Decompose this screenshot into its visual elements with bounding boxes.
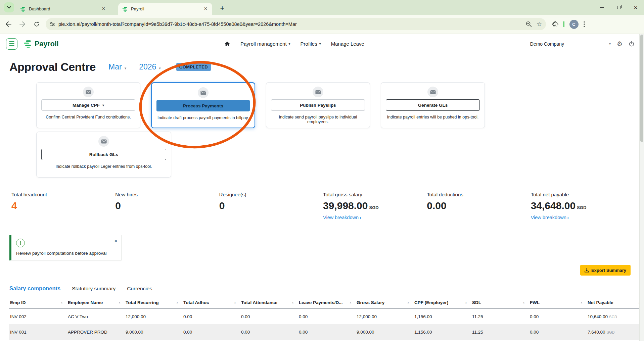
chevron-down-icon: ▾ — [319, 42, 321, 46]
stat-value: 39,998.00SGD — [323, 200, 427, 211]
rollback-gls-button[interactable]: Rollback GLs — [41, 149, 166, 160]
year-select[interactable]: 2026 ▾ — [139, 62, 161, 71]
window-close-button[interactable]: × — [627, 0, 644, 15]
extensions-icon[interactable] — [552, 21, 558, 28]
nav-profiles[interactable]: Profiles▾ — [301, 41, 321, 47]
tab-dashboard[interactable]: Dashboard × — [16, 3, 110, 15]
stat-total-headcount: Total headcount 4 — [11, 192, 115, 221]
month-select[interactable]: Mar ▾ — [108, 62, 126, 71]
card-description: Confirm Central Provident Fund contribut… — [41, 115, 135, 119]
currency-suffix: SGD — [607, 330, 615, 334]
card-manage-cpf: Manage CPF▾ Confirm Central Provident Fu… — [36, 82, 140, 128]
browser-menu-icon[interactable] — [584, 21, 585, 27]
tab-close-icon[interactable]: × — [202, 6, 209, 12]
stat-label: Total net payable — [531, 192, 635, 197]
chevron-down-icon: ▾ — [289, 42, 290, 46]
page-content: Approval Centre Mar ▾ 2026 ▾ COMPLETED M… — [0, 60, 644, 340]
window-minimize-button[interactable] — [594, 0, 610, 15]
sort-icon[interactable]: ▲ — [407, 301, 410, 304]
logout-power-icon[interactable] — [629, 41, 635, 47]
nav-manage-leave[interactable]: Manage Leave — [331, 41, 364, 47]
column-header[interactable]: FWL▲ — [528, 296, 586, 309]
process-payments-button[interactable]: Process Payments — [156, 100, 250, 111]
stat-value: 0.00 — [427, 200, 531, 211]
table-cell: 0.00 — [240, 309, 297, 325]
minimize-icon — [600, 7, 604, 8]
tab-salary-components[interactable]: Salary components — [9, 285, 60, 293]
column-header[interactable]: Employee Name▲ — [66, 296, 124, 309]
profile-avatar[interactable]: C — [569, 20, 579, 29]
nav-payroll-management[interactable]: Payroll management▾ — [240, 41, 290, 47]
sort-icon[interactable]: ▲ — [291, 301, 294, 304]
tab-statutory-summary[interactable]: Statutory summary — [72, 286, 116, 293]
page-scrollbar[interactable] — [639, 34, 644, 341]
window-restore-button[interactable] — [610, 0, 627, 15]
column-header[interactable]: Total Recurring▲ — [124, 296, 182, 309]
export-summary-button[interactable]: Export Summary — [580, 265, 631, 276]
table-row[interactable]: INV 001APPROVER PROD9,000.000.000.000.00… — [9, 324, 644, 340]
sort-icon[interactable]: ▲ — [522, 301, 525, 304]
url-bar[interactable]: pie.xion.ai/payroll/month-total?companyI… — [46, 18, 546, 30]
bookmark-star-icon[interactable]: ☆ — [537, 20, 542, 28]
sort-icon[interactable]: ▲ — [465, 301, 467, 304]
column-label: FWL — [530, 300, 540, 305]
publish-payslips-button[interactable]: Publish Payslips — [271, 99, 365, 111]
tab-search-button[interactable] — [4, 2, 14, 12]
sort-icon[interactable]: ▲ — [580, 301, 583, 304]
chevron-right-icon: › — [567, 215, 569, 220]
column-label: Gross Salary — [357, 300, 384, 305]
stat-new-hires: New hires 0 — [115, 192, 219, 221]
new-tab-button[interactable]: + — [218, 4, 227, 13]
browser-toolbar: pie.xion.ai/payroll/month-total?companyI… — [0, 15, 644, 34]
nav-home[interactable] — [224, 41, 230, 47]
column-header[interactable]: SDL▲ — [471, 296, 528, 309]
app-brand[interactable]: Payroll — [24, 40, 58, 48]
manage-cpf-button[interactable]: Manage CPF▾ — [41, 99, 135, 111]
exclamation-circle-icon: ! — [16, 239, 25, 247]
sort-icon[interactable]: ▲ — [60, 301, 63, 304]
page-title: Approval Centre — [9, 60, 96, 74]
sort-icon[interactable]: ▲ — [118, 301, 121, 304]
back-button[interactable] — [3, 18, 14, 30]
stat-label: Resignee(s) — [219, 192, 323, 197]
scrollbar-thumb[interactable] — [640, 35, 643, 142]
extension-indicator-icon — [563, 21, 564, 27]
stat-net-payable: Total net payable 34,648.00SGD View brea… — [531, 192, 635, 221]
forward-button[interactable] — [17, 18, 28, 30]
nav-label: Manage Leave — [331, 41, 364, 47]
envelope-icon — [427, 87, 438, 97]
tab-close-icon[interactable]: × — [100, 6, 107, 12]
column-header[interactable]: Gross Salary▲ — [355, 296, 413, 309]
table-cell: 0.00 — [528, 324, 586, 340]
column-header[interactable]: Net Payable▲ — [586, 296, 644, 309]
column-header[interactable]: Emp ID▲ — [9, 296, 66, 309]
column-label: CPF (Employer) — [414, 300, 448, 305]
settings-gear-icon[interactable]: ⚙ — [617, 40, 623, 48]
company-selector[interactable]: Demo Company — [530, 41, 564, 47]
sidebar-menu-button[interactable] — [6, 38, 17, 50]
sort-icon[interactable]: ▲ — [349, 301, 352, 304]
tab-currencies[interactable]: Currencies — [127, 286, 152, 293]
table-row[interactable]: INV 002AC V Two12,000.000.000.000.0012,0… — [9, 309, 644, 325]
month-value: Mar — [108, 62, 122, 71]
sort-icon[interactable]: ▲ — [234, 301, 236, 304]
site-info-icon[interactable] — [50, 22, 55, 27]
column-header[interactable]: Leave Payments/D...▲ — [297, 296, 355, 309]
reload-button[interactable] — [31, 18, 42, 30]
view-breakdown-link[interactable]: View breakdown› — [323, 215, 361, 220]
stat-label: Total gross salary — [323, 192, 427, 197]
alert-close-icon[interactable]: × — [114, 238, 117, 244]
card-description: Indicate payroll entries will be pushed … — [386, 115, 480, 119]
view-breakdown-link[interactable]: View breakdown› — [531, 215, 569, 220]
url-text[interactable]: pie.xion.ai/payroll/month-total?companyI… — [58, 21, 522, 27]
table-cell: 0.00 — [528, 309, 586, 325]
sort-icon[interactable]: ▲ — [176, 301, 179, 304]
zoom-out-icon[interactable] — [526, 21, 532, 27]
chevron-down-icon[interactable]: ▾ — [609, 42, 611, 46]
stat-value: 0 — [115, 200, 219, 211]
column-header[interactable]: Total Adhoc▲ — [182, 296, 240, 309]
tab-payroll[interactable]: Payroll × — [118, 3, 212, 15]
column-header[interactable]: Total Attendance▲ — [240, 296, 297, 309]
generate-gls-button[interactable]: Generate GLs — [386, 99, 480, 111]
column-header[interactable]: CPF (Employer)▲ — [413, 296, 471, 309]
